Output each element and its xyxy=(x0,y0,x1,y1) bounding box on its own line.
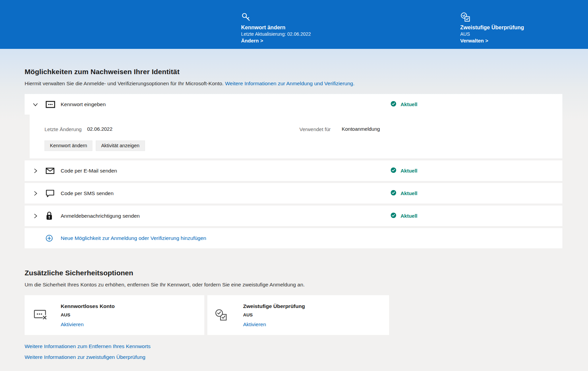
twostep-verification-card: Zweistufige Überprüfung AUS Aktivieren xyxy=(207,295,389,335)
chevron-right-icon[interactable] xyxy=(32,168,38,174)
banner-twostep-status: AUS xyxy=(460,31,524,37)
row-signin-notification[interactable]: Anmeldebenachrichtigung senden Aktuell xyxy=(25,206,562,226)
row-email-label: Code per E-Mail senden xyxy=(61,168,117,174)
password-icon xyxy=(46,100,56,109)
twostep-card-status: AUS xyxy=(243,312,305,317)
row-password-label: Kennwort eingeben xyxy=(61,101,106,107)
banner-twostep-manage-link[interactable]: Verwalten > xyxy=(460,37,524,44)
twostep-card-title: Zweistufige Überprüfung xyxy=(243,303,305,309)
last-change-label: Letzte Änderung xyxy=(45,126,86,132)
passwordless-card-status: AUS xyxy=(61,312,115,317)
lock-icon xyxy=(46,211,56,221)
password-details-panel: Letzte Änderung 02.06.2022 Verwendet für… xyxy=(30,115,562,158)
main-content: Möglichkeiten zum Nachweisen Ihrer Ident… xyxy=(25,49,565,365)
more-info-links: Weitere Informationen zum Entfernen Ihre… xyxy=(25,343,565,360)
check-circle-icon xyxy=(390,101,396,108)
row-email-code[interactable]: Code per E-Mail senden Aktuell xyxy=(25,160,562,181)
check-circle-icon xyxy=(390,212,396,220)
remove-password-info-link[interactable]: Weitere Informationen zum Entfernen Ihre… xyxy=(25,343,151,349)
row-sms-status-text: Aktuell xyxy=(401,190,417,196)
row-password-status-text: Aktuell xyxy=(401,101,417,107)
passwordless-account-card: Kennwortloses Konto AUS Aktivieren xyxy=(25,295,204,335)
identity-description-text: Hiermit verwalten Sie die Anmelde- und V… xyxy=(25,81,224,86)
security-options-title: Zusätzliche Sicherheitsoptionen xyxy=(25,248,565,277)
chevron-down-icon[interactable] xyxy=(32,101,38,107)
twostep-card-body: Zweistufige Überprüfung AUS Aktivieren xyxy=(243,303,305,328)
plus-circle-icon xyxy=(46,234,56,243)
security-option-cards: Kennwortloses Konto AUS Aktivieren Zweis… xyxy=(25,295,565,335)
identity-section-title: Möglichkeiten zum Nachweisen Ihrer Ident… xyxy=(25,49,565,76)
identity-learn-more-link[interactable]: Weitere Informationen zur Anmeldung und … xyxy=(225,81,354,86)
add-signin-method-link[interactable]: Neue Möglichkeit zur Anmeldung oder Veri… xyxy=(61,235,206,241)
check-circle-icon xyxy=(390,167,396,175)
row-signin-status-badge: Aktuell xyxy=(390,212,417,220)
two-step-verification-icon xyxy=(460,12,524,24)
email-icon xyxy=(46,166,56,176)
passwordless-account-icon xyxy=(34,309,49,322)
security-settings-page: Kennwort ändern Letzte Aktualisierung: 0… xyxy=(0,0,588,371)
check-circle-icon xyxy=(390,190,396,197)
twostep-info-link[interactable]: Weitere Informationen zur zweistufigen Ü… xyxy=(25,354,145,360)
sign-in-methods-list: Kennwort eingeben Aktuell Letzte Änderun… xyxy=(25,94,562,248)
used-for-label: Verwendet für xyxy=(299,126,336,132)
chevron-right-icon[interactable] xyxy=(32,190,38,196)
identity-section-description: Hiermit verwalten Sie die Anmelde- und V… xyxy=(25,80,565,87)
passwordless-card-body: Kennwortloses Konto AUS Aktivieren xyxy=(61,303,115,328)
chevron-right-icon[interactable] xyxy=(32,213,38,219)
row-signin-notification-label: Anmeldebenachrichtigung senden xyxy=(61,213,140,219)
row-email-status-badge: Aktuell xyxy=(390,167,417,175)
key-icon xyxy=(241,12,311,24)
banner-password-feature: Kennwort ändern Letzte Aktualisierung: 0… xyxy=(241,12,311,44)
sms-icon xyxy=(46,189,56,198)
twostep-verification-icon xyxy=(215,309,229,323)
change-password-button[interactable]: Kennwort ändern xyxy=(45,141,92,151)
passwordless-card-title: Kennwortloses Konto xyxy=(61,303,115,309)
banner-twostep-feature: Zweistufige Überprüfung AUS Verwalten > xyxy=(460,12,524,44)
row-password-status-badge: Aktuell xyxy=(390,101,417,108)
row-email-status-text: Aktuell xyxy=(401,168,417,174)
passwordless-activate-link[interactable]: Aktivieren xyxy=(61,321,115,328)
password-actions: Kennwort ändern Aktivität anzeigen xyxy=(45,141,562,151)
view-activity-button[interactable]: Aktivität anzeigen xyxy=(96,141,145,151)
row-signin-status-text: Aktuell xyxy=(401,213,417,219)
last-change-value: 02.06.2022 xyxy=(87,126,112,132)
banner-password-change-link[interactable]: Ändern > xyxy=(241,37,311,44)
row-password[interactable]: Kennwort eingeben Aktuell xyxy=(25,94,562,115)
twostep-activate-link[interactable]: Aktivieren xyxy=(243,321,305,328)
row-sms-status-badge: Aktuell xyxy=(390,190,417,197)
banner-password-lastupdate: Letzte Aktualisierung: 02.06.2022 xyxy=(241,31,311,37)
banner-twostep-title: Zweistufige Überprüfung xyxy=(460,24,524,31)
used-for-field: Verwendet für Kontoanmeldung xyxy=(299,126,380,132)
banner-password-title: Kennwort ändern xyxy=(241,24,311,31)
row-sms-code[interactable]: Code per SMS senden Aktuell xyxy=(25,183,562,204)
security-options-description: Um die Sicherheit Ihres Kontos zu erhöhe… xyxy=(25,281,565,288)
used-for-value: Kontoanmeldung xyxy=(342,126,380,132)
row-sms-label: Code per SMS senden xyxy=(61,190,114,196)
top-banner: Kennwort ändern Letzte Aktualisierung: 0… xyxy=(0,0,588,49)
add-signin-method-row[interactable]: Neue Möglichkeit zur Anmeldung oder Veri… xyxy=(25,228,562,248)
